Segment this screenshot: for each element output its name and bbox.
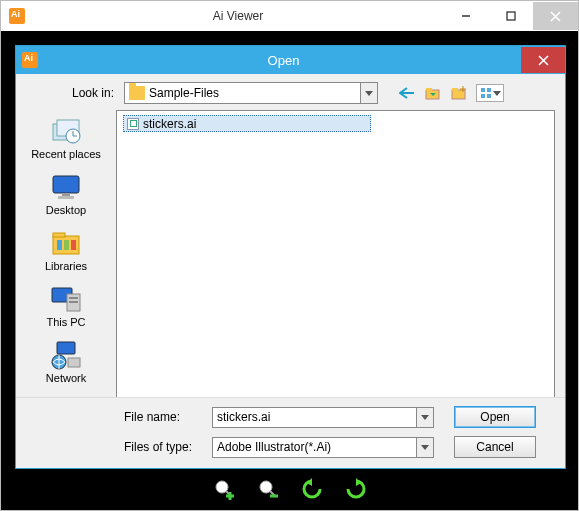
svg-rect-20 — [487, 88, 491, 92]
lookin-row: Look in: Sample-Files — [16, 74, 565, 110]
svg-rect-38 — [69, 297, 78, 299]
dialog-title: Open — [46, 53, 521, 68]
open-dialog: Open Look in: Sample-Files — [15, 45, 566, 469]
svg-rect-40 — [57, 342, 75, 354]
chevron-down-icon — [416, 438, 433, 457]
network-icon — [49, 340, 83, 370]
filetype-value: Adobe Illustrator(*.Ai) — [217, 440, 331, 454]
file-name: stickers.ai — [143, 117, 196, 131]
place-network[interactable]: Network — [24, 338, 108, 388]
place-label: Network — [24, 372, 108, 384]
place-label: Recent places — [24, 148, 108, 160]
filetype-label: Files of type: — [124, 440, 212, 454]
thispc-icon — [49, 284, 83, 314]
place-label: Desktop — [24, 204, 108, 216]
place-desktop[interactable]: Desktop — [24, 170, 108, 220]
main-titlebar: Ai Viewer — [1, 1, 578, 31]
main-window: Ai Viewer Open Look in: Sample-F — [0, 0, 579, 511]
lookin-dropdown[interactable]: Sample-Files — [124, 82, 378, 104]
dialog-middle: Recent places Desktop Libraries This PC — [16, 110, 565, 397]
svg-rect-33 — [57, 240, 62, 250]
svg-rect-28 — [53, 176, 79, 193]
svg-rect-34 — [64, 240, 69, 250]
place-libraries[interactable]: Libraries — [24, 226, 108, 276]
chevron-down-icon — [416, 408, 433, 427]
filename-value: stickers.ai — [217, 410, 270, 424]
svg-rect-22 — [487, 94, 491, 98]
filename-label: File name: — [124, 410, 212, 424]
svg-rect-21 — [481, 94, 485, 98]
maximize-button[interactable] — [488, 2, 533, 30]
svg-rect-29 — [62, 193, 70, 196]
svg-rect-35 — [71, 240, 76, 250]
rotate-left-icon[interactable] — [301, 478, 323, 500]
zoom-in-icon[interactable] — [213, 478, 235, 500]
back-icon[interactable] — [398, 84, 416, 102]
place-label: This PC — [24, 316, 108, 328]
desktop-icon — [49, 172, 83, 202]
lookin-value: Sample-Files — [149, 86, 219, 100]
new-folder-icon[interactable] — [450, 84, 468, 102]
file-list[interactable]: stickers.ai — [116, 110, 555, 397]
svg-rect-30 — [58, 196, 74, 199]
cancel-button[interactable]: Cancel — [454, 436, 536, 458]
nav-icons — [398, 84, 504, 102]
place-label: Libraries — [24, 260, 108, 272]
open-button[interactable]: Open — [454, 406, 536, 428]
main-title: Ai Viewer — [33, 9, 443, 23]
svg-rect-1 — [507, 12, 515, 20]
file-icon — [127, 118, 139, 130]
zoom-out-icon[interactable] — [257, 478, 279, 500]
chevron-down-icon — [360, 83, 377, 103]
filetype-dropdown[interactable]: Adobe Illustrator(*.Ai) — [212, 437, 434, 458]
rotate-right-icon[interactable] — [345, 478, 367, 500]
dialog-titlebar: Open — [16, 46, 565, 74]
lookin-label: Look in: — [54, 86, 114, 100]
dialog-content: Look in: Sample-Files Recent — [16, 74, 565, 468]
dialog-close-button[interactable] — [521, 47, 565, 73]
close-button[interactable] — [533, 2, 578, 30]
recent-places-icon — [49, 116, 83, 146]
libraries-icon — [49, 228, 83, 258]
bottom-toolbar — [1, 472, 578, 506]
up-folder-icon[interactable] — [424, 84, 442, 102]
place-recent[interactable]: Recent places — [24, 114, 108, 164]
svg-rect-14 — [426, 88, 432, 91]
folder-icon — [129, 86, 145, 100]
svg-rect-39 — [69, 301, 78, 303]
dialog-bottom: File name: stickers.ai Open Files of typ… — [16, 397, 565, 468]
svg-rect-42 — [68, 358, 80, 367]
filename-input[interactable]: stickers.ai — [212, 407, 434, 428]
place-thispc[interactable]: This PC — [24, 282, 108, 332]
svg-rect-16 — [452, 88, 458, 91]
dialog-app-icon — [22, 52, 38, 68]
app-icon — [9, 8, 25, 24]
minimize-button[interactable] — [443, 2, 488, 30]
window-controls — [443, 2, 578, 30]
svg-rect-32 — [53, 233, 65, 237]
svg-rect-19 — [481, 88, 485, 92]
places-bar: Recent places Desktop Libraries This PC — [16, 110, 116, 397]
file-item[interactable]: stickers.ai — [123, 115, 371, 132]
view-menu-icon[interactable] — [476, 84, 504, 102]
